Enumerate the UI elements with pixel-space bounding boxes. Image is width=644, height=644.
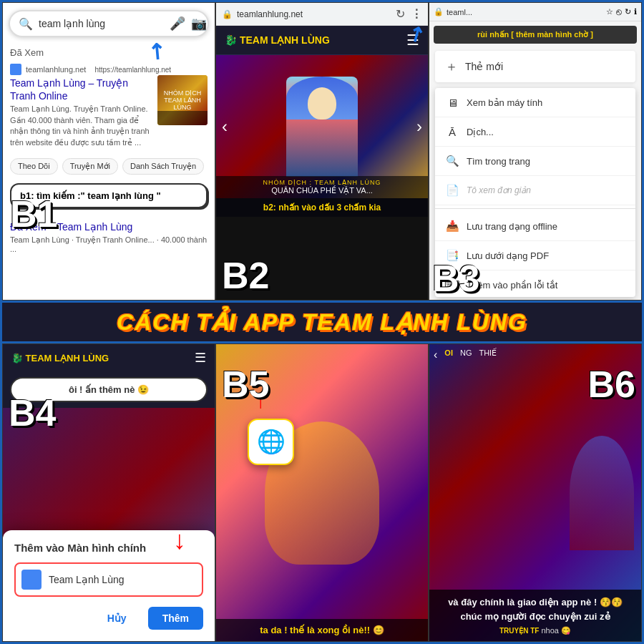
- menu-translate[interactable]: Ā Dịch...: [435, 117, 635, 147]
- share-icon-b3[interactable]: ⎋: [616, 6, 622, 17]
- theo-doi-btn[interactable]: Theo Dõi: [10, 158, 58, 175]
- context-hint: rùi nhấn [ thêm màn hình chờ ]: [434, 26, 637, 44]
- favicon: [10, 64, 21, 75]
- site-header-b4: 🐉 TEAM LẠNH LÙNG ☰: [3, 344, 215, 371]
- url-b3[interactable]: teaml...: [447, 8, 603, 16]
- browser-bar-b2: 🔒 teamlanhlung.net ↻ ⋮: [216, 3, 428, 26]
- panel-b4: 🐉 TEAM LẠNH LÙNG ☰ ôi ! ấn thêm nè 😉 ↓ T…: [2, 343, 215, 642]
- dialog-input[interactable]: Team Lạnh Lùng: [49, 574, 196, 585]
- search-input[interactable]: [39, 18, 164, 29]
- b1-label: B1: [10, 193, 57, 235]
- menu-simple[interactable]: 📄 Tô xem đơn giản: [435, 176, 635, 205]
- site-logo-b4: 🐉 TEAM LẠNH LÙNG: [11, 353, 109, 364]
- result-title[interactable]: Team Lạnh Lùng – Truyện Tranh Online: [10, 77, 153, 102]
- search-icon: 🔍: [19, 17, 33, 31]
- tada-text: ta da ! thế là xong ồi nè!! 😊: [216, 619, 428, 641]
- result-snippet: Team Lạnh Lùng. Truyện Tranh Online. Gần…: [10, 104, 153, 148]
- site-header-b2: 🐉 TEAM LẠNH LÙNG ☰: [216, 26, 428, 55]
- manga-title-b2: NHÓM DỊCH : TEAM LẠNH LÙNG QUÂN CHÚA PHỀ…: [216, 176, 428, 198]
- cancel-btn[interactable]: Hủy: [93, 607, 141, 630]
- menu-desktop[interactable]: 🖥 Xem bản máy tính: [435, 88, 635, 117]
- lock-icon-b2: 🔒: [222, 9, 233, 19]
- main-grid: 🔍 🎤 📷 Đã Xem teamlanhlung.net https://te…: [0, 0, 644, 644]
- plus-icon: ＋: [445, 58, 458, 75]
- new-tab-btn[interactable]: ＋ Thẻ mới: [435, 51, 635, 82]
- banner-text: CÁCH TẢI APP TEAM LẠNH LÙNG: [117, 308, 527, 336]
- menu-find[interactable]: 🔍 Tìm trong trang: [435, 147, 635, 176]
- b4-label: B4: [9, 394, 56, 635]
- banner: CÁCH TẢI APP TEAM LẠNH LÙNG: [2, 301, 642, 343]
- browser-bar-b3: 🔒 teaml... ☆ ⎋ ↻ ℹ: [429, 3, 641, 21]
- add-btn[interactable]: Thêm: [148, 607, 203, 630]
- manga-cover-b2: ‹ › NHÓM DỊCH : TEAM LẠNH LÙNG QUÂN CHÚA…: [216, 55, 428, 198]
- b6-label: B6: [588, 366, 635, 635]
- lock-icon-b3: 🔒: [434, 7, 444, 16]
- find-icon: 🔍: [445, 154, 459, 168]
- red-arrow-b4: ↓: [173, 525, 186, 555]
- panel-b5: ↓ 🌐 B5 ta da ! thế là xong ồi nè!! 😊: [215, 343, 429, 642]
- search-bar[interactable]: 🔍 🎤 📷: [9, 10, 209, 37]
- refresh-icon-b2[interactable]: ↻: [396, 7, 405, 21]
- panel-b6: ‹ OI NG THIẾ và đây chính là giao diện a…: [429, 343, 642, 642]
- hamburger-b4[interactable]: ☰: [195, 350, 206, 366]
- danh-sach-btn[interactable]: Danh Sách Truyện: [122, 158, 204, 175]
- simple-icon: 📄: [445, 183, 459, 197]
- prev-arrow-b2[interactable]: ‹: [222, 117, 228, 137]
- panel-b1: 🔍 🎤 📷 Đã Xem teamlanhlung.net https://te…: [2, 2, 215, 301]
- truyen-moi-btn[interactable]: Truyện Mới: [62, 158, 118, 175]
- back-nav-b6[interactable]: ‹: [434, 348, 437, 361]
- desktop-icon: 🖥: [445, 95, 459, 109]
- search-result-1: teamlanhlung.net https://teamlanhlung.ne…: [3, 61, 215, 151]
- star-icon-b3[interactable]: ☆: [606, 7, 613, 16]
- translate-icon: Ā: [445, 125, 459, 139]
- menu-icon-b2[interactable]: ⋮: [411, 7, 422, 21]
- da-xem-label: Đã Xem: [3, 44, 215, 61]
- da-xem-sub: Team Lạnh Lùng · Truyện Tranh Online... …: [3, 235, 215, 253]
- mic-icon[interactable]: 🎤: [170, 16, 185, 31]
- info-icon-b3[interactable]: ℹ: [634, 7, 637, 16]
- menu-offline[interactable]: 📥 Lưu trang dạng offline: [435, 212, 635, 241]
- panel-b3: 🔒 teaml... ☆ ⎋ ↻ ℹ rùi nhấn [ thêm màn h…: [429, 2, 642, 301]
- b5-label: B5: [222, 366, 269, 635]
- result-thumbnail: NHÓM DỊCHTEAM LẠNH LÙNG: [157, 75, 208, 125]
- panel-b2: 🔒 teamlanhlung.net ↻ ⋮ 🐉 TEAM LẠNH LÙNG …: [215, 2, 429, 301]
- refresh-icon-b3[interactable]: ↻: [625, 7, 631, 16]
- truyentf-label: TRUYỆN TF: [499, 627, 539, 635]
- lens-icon[interactable]: 📷: [191, 16, 207, 31]
- b3-label: B3: [432, 260, 479, 297]
- action-buttons: Theo Dõi Truyện Mới Danh Sách Truyện: [3, 154, 215, 179]
- url-b2[interactable]: teamlanhlung.net: [237, 9, 391, 19]
- offline-icon: 📥: [445, 219, 459, 233]
- b2-instruction: b2: nhấn vào dấu 3 chấm kia: [216, 198, 428, 217]
- site-logo-b2: 🐉 TEAM LẠNH LÙNG: [225, 34, 330, 46]
- b2-label: B2: [222, 257, 269, 294]
- next-arrow-b2[interactable]: ›: [416, 117, 422, 137]
